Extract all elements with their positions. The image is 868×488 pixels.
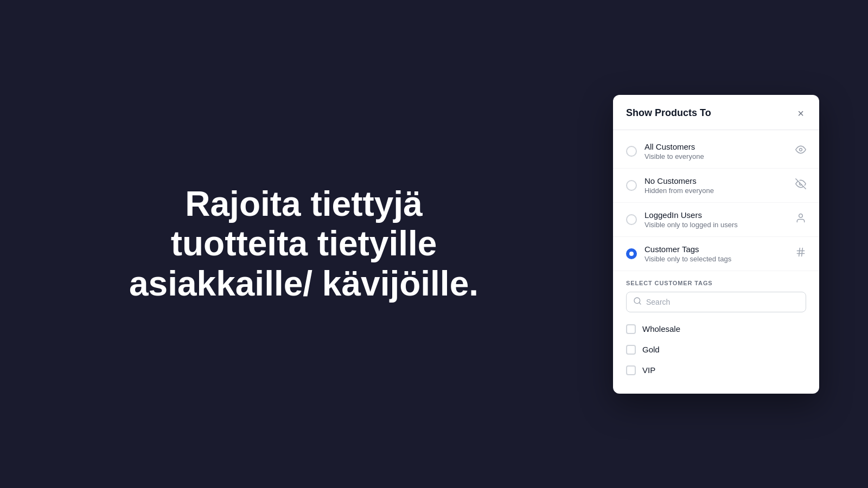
option-text-loggedin-users: LoggedIn Users Visible only to logged in… — [644, 210, 791, 229]
option-customer-tags[interactable]: Customer Tags Visible only to selected t… — [613, 237, 819, 271]
option-desc-all-customers: Visible to everyone — [644, 152, 791, 160]
checkbox-wholesale[interactable] — [626, 324, 636, 334]
option-all-customers[interactable]: All Customers Visible to everyone — [613, 134, 819, 169]
option-desc-no-customers: Hidden from everyone — [644, 187, 791, 195]
search-input[interactable] — [646, 298, 799, 306]
tag-label-gold: Gold — [642, 345, 660, 354]
tags-section: SELECT CUSTOMER TAGS Wholesale — [613, 271, 819, 389]
tag-label-wholesale: Wholesale — [642, 324, 680, 333]
svg-line-8 — [639, 303, 641, 304]
option-label-customer-tags: Customer Tags — [644, 245, 791, 254]
tag-item-vip[interactable]: VIP — [626, 360, 806, 381]
modal-body: All Customers Visible to everyone No Cus… — [613, 130, 819, 394]
eye-off-icon — [795, 178, 806, 192]
left-panel: Rajoita tiettyjä tuotteita tietyille asi… — [0, 152, 608, 337]
option-text-no-customers: No Customers Hidden from everyone — [644, 176, 791, 195]
radio-all-customers[interactable] — [626, 146, 637, 157]
option-desc-customer-tags: Visible only to selected tags — [644, 255, 791, 263]
hero-heading: Rajoita tiettyjä tuotteita tietyille asi… — [114, 184, 494, 304]
close-button[interactable]: × — [795, 106, 806, 121]
tag-label-vip: VIP — [642, 365, 655, 375]
svg-point-0 — [800, 149, 802, 151]
option-label-no-customers: No Customers — [644, 176, 791, 185]
svg-line-6 — [802, 248, 803, 256]
search-box[interactable] — [626, 292, 806, 312]
option-text-all-customers: All Customers Visible to everyone — [644, 142, 791, 160]
right-panel: Show Products To × All Customers Visible… — [608, 95, 825, 394]
modal-title: Show Products To — [626, 107, 711, 119]
option-loggedin-users[interactable]: LoggedIn Users Visible only to logged in… — [613, 203, 819, 237]
radio-loggedin-users[interactable] — [626, 214, 637, 225]
checkbox-gold[interactable] — [626, 345, 636, 355]
modal-header: Show Products To × — [613, 95, 819, 130]
radio-no-customers[interactable] — [626, 180, 637, 191]
tag-list: Wholesale Gold VIP — [626, 319, 806, 381]
user-icon — [795, 213, 806, 226]
tags-section-label: SELECT CUSTOMER TAGS — [626, 280, 806, 286]
show-products-modal: Show Products To × All Customers Visible… — [613, 95, 819, 394]
radio-customer-tags[interactable] — [626, 248, 637, 259]
option-desc-loggedin-users: Visible only to logged in users — [644, 221, 791, 229]
eye-icon — [795, 144, 806, 158]
svg-point-2 — [799, 214, 803, 218]
option-label-all-customers: All Customers — [644, 142, 791, 151]
hash-icon — [795, 247, 806, 260]
option-label-loggedin-users: LoggedIn Users — [644, 210, 791, 220]
search-icon — [633, 297, 642, 307]
tag-item-gold[interactable]: Gold — [626, 339, 806, 360]
checkbox-vip[interactable] — [626, 365, 636, 375]
option-no-customers[interactable]: No Customers Hidden from everyone — [613, 169, 819, 203]
option-text-customer-tags: Customer Tags Visible only to selected t… — [644, 245, 791, 263]
tag-item-wholesale[interactable]: Wholesale — [626, 319, 806, 339]
svg-line-5 — [799, 248, 800, 256]
